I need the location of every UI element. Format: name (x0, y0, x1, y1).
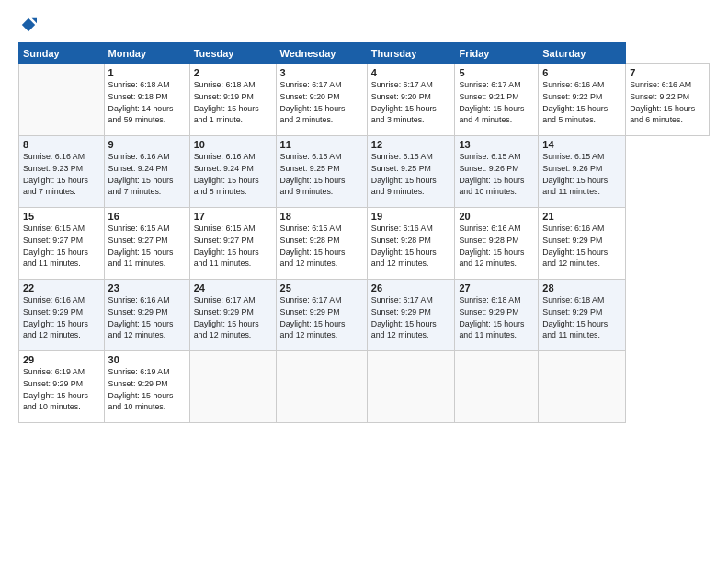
day-info: Sunrise: 6:16 AMSunset: 9:23 PMDaylight:… (23, 152, 88, 196)
calendar-cell: 8 Sunrise: 6:16 AMSunset: 9:23 PMDayligh… (19, 136, 105, 208)
calendar-cell: 2 Sunrise: 6:18 AMSunset: 9:19 PMDayligh… (189, 64, 276, 136)
calendar-cell: 20 Sunrise: 6:16 AMSunset: 9:28 PMDaylig… (455, 208, 539, 280)
day-info: Sunrise: 6:17 AMSunset: 9:20 PMDaylight:… (280, 80, 346, 124)
day-number: 9 (108, 139, 186, 150)
day-info: Sunrise: 6:16 AMSunset: 9:29 PMDaylight:… (23, 295, 88, 339)
day-info: Sunrise: 6:15 AMSunset: 9:25 PMDaylight:… (280, 152, 346, 196)
day-number: 16 (108, 211, 186, 222)
calendar-cell: 10 Sunrise: 6:16 AMSunset: 9:24 PMDaylig… (189, 136, 276, 208)
calendar-table: SundayMondayTuesdayWednesdayThursdayFrid… (18, 42, 710, 423)
calendar-cell (455, 351, 539, 423)
day-info: Sunrise: 6:19 AMSunset: 9:29 PMDaylight:… (23, 367, 88, 411)
calendar-week-row: 29 Sunrise: 6:19 AMSunset: 9:29 PMDaylig… (19, 351, 710, 423)
day-number: 12 (371, 139, 451, 150)
day-info: Sunrise: 6:18 AMSunset: 9:29 PMDaylight:… (459, 295, 524, 339)
calendar-cell: 24 Sunrise: 6:17 AMSunset: 9:29 PMDaylig… (189, 280, 276, 351)
day-number: 1 (108, 67, 186, 78)
day-info: Sunrise: 6:17 AMSunset: 9:29 PMDaylight:… (194, 295, 259, 339)
day-number: 28 (542, 282, 621, 293)
calendar-cell: 11 Sunrise: 6:15 AMSunset: 9:25 PMDaylig… (276, 136, 367, 208)
day-number: 29 (23, 354, 100, 365)
day-number: 7 (630, 67, 705, 78)
day-number: 4 (371, 67, 451, 78)
calendar-cell: 17 Sunrise: 6:15 AMSunset: 9:27 PMDaylig… (189, 208, 276, 280)
day-number: 17 (194, 211, 272, 222)
day-number: 26 (371, 282, 451, 293)
calendar-cell: 28 Sunrise: 6:18 AMSunset: 9:29 PMDaylig… (539, 280, 626, 351)
calendar-week-row: 1 Sunrise: 6:18 AMSunset: 9:18 PMDayligh… (19, 64, 710, 136)
day-info: Sunrise: 6:18 AMSunset: 9:29 PMDaylight:… (542, 295, 608, 339)
calendar-cell: 19 Sunrise: 6:16 AMSunset: 9:28 PMDaylig… (367, 208, 455, 280)
day-number: 30 (108, 354, 186, 365)
calendar-cell: 30 Sunrise: 6:19 AMSunset: 9:29 PMDaylig… (104, 351, 189, 423)
day-number: 14 (542, 139, 621, 150)
day-number: 19 (371, 211, 451, 222)
day-info: Sunrise: 6:16 AMSunset: 9:22 PMDaylight:… (630, 80, 695, 124)
day-number: 24 (194, 282, 272, 293)
day-info: Sunrise: 6:16 AMSunset: 9:29 PMDaylight:… (542, 224, 608, 268)
calendar-cell (19, 64, 105, 136)
day-number: 6 (542, 67, 621, 78)
logo-icon (20, 17, 37, 33)
calendar-cell: 27 Sunrise: 6:18 AMSunset: 9:29 PMDaylig… (455, 280, 539, 351)
day-info: Sunrise: 6:15 AMSunset: 9:27 PMDaylight:… (108, 224, 174, 268)
col-header-wednesday: Wednesday (276, 43, 367, 64)
day-info: Sunrise: 6:17 AMSunset: 9:29 PMDaylight:… (280, 295, 346, 339)
day-number: 10 (194, 139, 272, 150)
calendar-cell (367, 351, 455, 423)
calendar-cell (276, 351, 367, 423)
day-number: 22 (23, 282, 100, 293)
calendar-cell: 9 Sunrise: 6:16 AMSunset: 9:24 PMDayligh… (104, 136, 189, 208)
calendar-cell: 5 Sunrise: 6:17 AMSunset: 9:21 PMDayligh… (455, 64, 539, 136)
day-number: 8 (23, 139, 100, 150)
calendar-cell: 23 Sunrise: 6:16 AMSunset: 9:29 PMDaylig… (104, 280, 189, 351)
day-info: Sunrise: 6:15 AMSunset: 9:26 PMDaylight:… (459, 152, 524, 196)
col-header-thursday: Thursday (367, 43, 455, 64)
day-info: Sunrise: 6:16 AMSunset: 9:28 PMDaylight:… (459, 224, 524, 268)
day-info: Sunrise: 6:18 AMSunset: 9:19 PMDaylight:… (194, 80, 259, 124)
calendar-cell: 25 Sunrise: 6:17 AMSunset: 9:29 PMDaylig… (276, 280, 367, 351)
day-number: 20 (459, 211, 534, 222)
calendar-cell: 7 Sunrise: 6:16 AMSunset: 9:22 PMDayligh… (626, 64, 710, 136)
page: SundayMondayTuesdayWednesdayThursdayFrid… (0, 0, 728, 563)
day-info: Sunrise: 6:17 AMSunset: 9:20 PMDaylight:… (371, 80, 437, 124)
day-info: Sunrise: 6:18 AMSunset: 9:18 PMDaylight:… (108, 80, 174, 124)
day-info: Sunrise: 6:19 AMSunset: 9:29 PMDaylight:… (108, 367, 174, 411)
calendar-cell: 1 Sunrise: 6:18 AMSunset: 9:18 PMDayligh… (104, 64, 189, 136)
day-number: 5 (459, 67, 534, 78)
calendar-cell: 4 Sunrise: 6:17 AMSunset: 9:20 PMDayligh… (367, 64, 455, 136)
day-info: Sunrise: 6:16 AMSunset: 9:22 PMDaylight:… (542, 80, 608, 124)
svg-marker-0 (22, 18, 35, 31)
day-info: Sunrise: 6:15 AMSunset: 9:26 PMDaylight:… (542, 152, 608, 196)
calendar-cell: 6 Sunrise: 6:16 AMSunset: 9:22 PMDayligh… (539, 64, 626, 136)
calendar-cell: 29 Sunrise: 6:19 AMSunset: 9:29 PMDaylig… (19, 351, 105, 423)
header (18, 17, 710, 37)
col-header-friday: Friday (455, 43, 539, 64)
col-header-monday: Monday (104, 43, 189, 64)
col-header-saturday: Saturday (539, 43, 626, 64)
calendar-cell: 16 Sunrise: 6:15 AMSunset: 9:27 PMDaylig… (104, 208, 189, 280)
day-info: Sunrise: 6:15 AMSunset: 9:27 PMDaylight:… (23, 224, 88, 268)
col-header-tuesday: Tuesday (189, 43, 276, 64)
day-info: Sunrise: 6:16 AMSunset: 9:24 PMDaylight:… (194, 152, 259, 196)
day-number: 13 (459, 139, 534, 150)
day-info: Sunrise: 6:16 AMSunset: 9:24 PMDaylight:… (108, 152, 174, 196)
logo (18, 17, 37, 37)
day-number: 23 (108, 282, 186, 293)
day-info: Sunrise: 6:15 AMSunset: 9:28 PMDaylight:… (280, 224, 346, 268)
day-info: Sunrise: 6:17 AMSunset: 9:21 PMDaylight:… (459, 80, 524, 124)
col-header-sunday: Sunday (19, 43, 105, 64)
calendar-cell: 21 Sunrise: 6:16 AMSunset: 9:29 PMDaylig… (539, 208, 626, 280)
calendar-cell: 3 Sunrise: 6:17 AMSunset: 9:20 PMDayligh… (276, 64, 367, 136)
calendar-cell (539, 351, 626, 423)
calendar-cell: 13 Sunrise: 6:15 AMSunset: 9:26 PMDaylig… (455, 136, 539, 208)
day-info: Sunrise: 6:15 AMSunset: 9:27 PMDaylight:… (194, 224, 259, 268)
calendar-header-row: SundayMondayTuesdayWednesdayThursdayFrid… (19, 43, 710, 64)
day-number: 18 (280, 211, 363, 222)
calendar-cell: 22 Sunrise: 6:16 AMSunset: 9:29 PMDaylig… (19, 280, 105, 351)
calendar-week-row: 8 Sunrise: 6:16 AMSunset: 9:23 PMDayligh… (19, 136, 710, 208)
day-number: 11 (280, 139, 363, 150)
day-number: 21 (542, 211, 621, 222)
day-info: Sunrise: 6:16 AMSunset: 9:29 PMDaylight:… (108, 295, 174, 339)
day-number: 25 (280, 282, 363, 293)
